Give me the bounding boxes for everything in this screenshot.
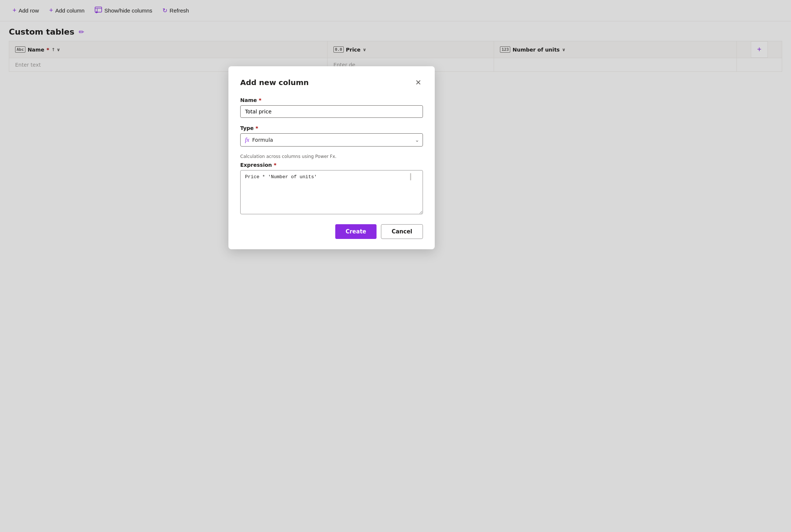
name-required-marker: * bbox=[259, 97, 261, 103]
fx-icon: fx bbox=[245, 137, 249, 143]
name-field-label: Name * bbox=[240, 97, 423, 103]
modal-header: Add new column ✕ bbox=[240, 77, 423, 88]
type-field-label: Type * bbox=[240, 125, 423, 131]
expression-label-text: Expression bbox=[240, 162, 272, 168]
expression-textarea-wrapper: Price * 'Number of units' bbox=[240, 170, 423, 215]
name-input[interactable] bbox=[240, 105, 423, 118]
textarea-scrollbar bbox=[410, 173, 411, 180]
type-form-group: Type * fx Formula ⌄ bbox=[240, 125, 423, 147]
name-form-group: Name * bbox=[240, 97, 423, 118]
expression-textarea[interactable]: Price * 'Number of units' bbox=[240, 170, 423, 214]
type-label-text: Type bbox=[240, 125, 254, 131]
expression-field-label: Expression * bbox=[240, 162, 423, 168]
modal-title: Add new column bbox=[240, 78, 309, 87]
type-hint: Calculation across columns using Power F… bbox=[240, 154, 423, 159]
expression-form-group: Expression * Price * 'Number of units' bbox=[240, 162, 423, 215]
type-select[interactable]: fx Formula bbox=[240, 133, 423, 147]
expression-required-marker: * bbox=[274, 162, 276, 168]
create-button[interactable]: Create bbox=[335, 224, 377, 239]
modal-close-button[interactable]: ✕ bbox=[414, 77, 423, 88]
name-label-text: Name bbox=[240, 97, 257, 103]
type-value-text: Formula bbox=[252, 137, 273, 143]
type-required-marker: * bbox=[255, 125, 258, 131]
add-new-column-modal: Add new column ✕ Name * Type * fx Formul… bbox=[228, 66, 435, 249]
modal-footer: Create Cancel bbox=[240, 224, 423, 239]
type-select-wrapper: fx Formula ⌄ bbox=[240, 133, 423, 147]
cancel-button[interactable]: Cancel bbox=[381, 224, 423, 239]
